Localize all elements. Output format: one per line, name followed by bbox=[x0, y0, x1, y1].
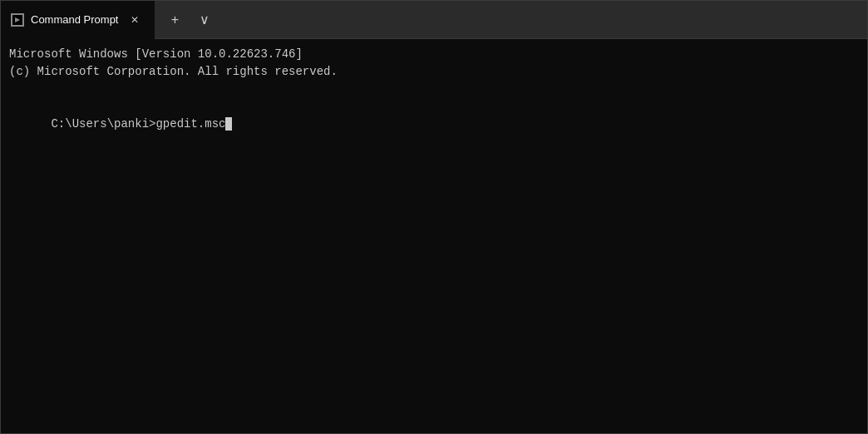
title-bar: Command Prompt ✕ + ∨ bbox=[1, 1, 867, 39]
title-bar-actions: + ∨ bbox=[155, 7, 224, 33]
terminal-line-2: (c) Microsoft Corporation. All rights re… bbox=[9, 63, 859, 81]
terminal-line-3 bbox=[9, 81, 859, 98]
terminal-input-line: C:\Users\panki>gpedit.msc bbox=[9, 98, 859, 150]
terminal-line-1: Microsoft Windows [Version 10.0.22623.74… bbox=[9, 46, 859, 63]
terminal-cursor bbox=[225, 117, 232, 131]
tab-close-button[interactable]: ✕ bbox=[125, 10, 145, 30]
new-tab-button[interactable]: + bbox=[161, 7, 188, 33]
terminal-command: gpedit.msc bbox=[155, 117, 225, 131]
terminal-body[interactable]: Microsoft Windows [Version 10.0.22623.74… bbox=[1, 39, 867, 433]
tab-title: Command Prompt bbox=[31, 13, 118, 26]
cmd-icon bbox=[11, 13, 24, 27]
terminal-window: Command Prompt ✕ + ∨ Microsoft Windows [… bbox=[0, 0, 868, 434]
active-tab[interactable]: Command Prompt ✕ bbox=[1, 1, 155, 39]
dropdown-button[interactable]: ∨ bbox=[191, 7, 218, 33]
terminal-prompt: C:\Users\panki> bbox=[51, 117, 155, 131]
